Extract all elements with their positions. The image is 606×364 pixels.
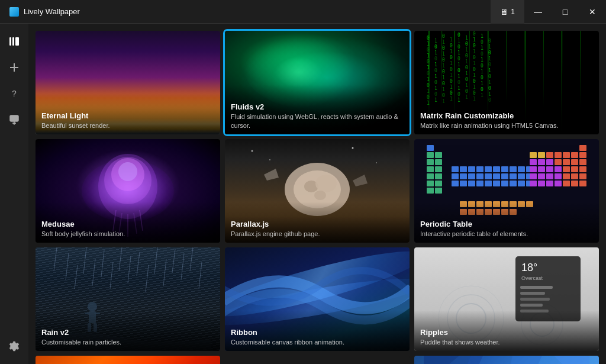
svg-rect-175 bbox=[468, 173, 475, 179]
sidebar-top: ? bbox=[4, 31, 25, 130]
svg-line-234 bbox=[172, 249, 175, 273]
svg-rect-162 bbox=[518, 166, 525, 172]
svg-rect-154 bbox=[452, 166, 459, 172]
svg-rect-138 bbox=[546, 152, 553, 158]
svg-text:1: 1 bbox=[457, 38, 460, 44]
help-icon: ? bbox=[8, 88, 20, 99]
wallpaper-card-ribbon[interactable]: Ribbon Customisable canvas ribbon animat… bbox=[225, 247, 410, 351]
svg-text:1: 1 bbox=[465, 83, 468, 88]
card-description: Puddle that shows weather. bbox=[420, 338, 593, 346]
wallpaper-card-eternal-light[interactable]: Eternal Light Beautiful sunset render. bbox=[36, 31, 220, 134]
card-description: Matrix like rain animation using HTML5 C… bbox=[420, 121, 593, 130]
svg-rect-157 bbox=[476, 166, 483, 172]
wallpaper-card-periodic-table[interactable]: Periodic Table Interactive periodic tabl… bbox=[414, 139, 599, 243]
svg-rect-193 bbox=[460, 181, 467, 186]
maximize-button[interactable]: □ bbox=[552, 0, 579, 24]
wallpaper-card-matrix-rain[interactable]: 010101010101 10101010101 010101010101 10… bbox=[414, 31, 599, 134]
card-description: Beautiful sunset render. bbox=[41, 121, 214, 130]
svg-text:1: 1 bbox=[427, 77, 430, 82]
wallpaper-card-medusae[interactable]: Medusae Soft body jellyfish simulation. bbox=[36, 139, 220, 243]
app-body: ? bbox=[0, 24, 606, 364]
card-info: Matrix Rain Customizable Matrix like rai… bbox=[414, 94, 599, 134]
svg-rect-170 bbox=[579, 166, 586, 172]
svg-rect-200 bbox=[518, 181, 525, 186]
svg-text:0: 0 bbox=[457, 68, 460, 73]
sidebar-item-library[interactable] bbox=[4, 31, 25, 52]
svg-marker-130 bbox=[264, 169, 279, 181]
svg-text:0: 0 bbox=[434, 80, 437, 85]
svg-rect-142 bbox=[579, 152, 586, 158]
svg-text:0: 0 bbox=[442, 81, 445, 86]
card-title: Eternal Light bbox=[41, 111, 214, 120]
sidebar-item-community[interactable] bbox=[4, 109, 25, 130]
svg-text:1: 1 bbox=[473, 73, 476, 78]
card-info: Medusae Soft body jellyfish simulation. bbox=[36, 202, 220, 243]
close-button[interactable]: ✕ bbox=[579, 0, 606, 24]
svg-text:1: 1 bbox=[488, 44, 491, 50]
svg-text:1: 1 bbox=[481, 34, 483, 39]
svg-text:1: 1 bbox=[434, 50, 437, 56]
svg-rect-153 bbox=[435, 166, 442, 172]
svg-rect-177 bbox=[485, 173, 492, 179]
minimize-button[interactable]: — bbox=[524, 0, 552, 24]
card-title: Fluids v2 bbox=[231, 102, 404, 111]
wallpaper-card-ripples[interactable]: 18° Overcast Ripples Puddle that shows w… bbox=[414, 247, 599, 351]
svg-rect-150 bbox=[571, 159, 578, 165]
sidebar-item-settings[interactable] bbox=[4, 336, 25, 357]
wallpaper-card-blue-poly[interactable] bbox=[414, 356, 599, 364]
svg-point-115 bbox=[118, 162, 137, 181]
svg-text:0: 0 bbox=[434, 68, 437, 73]
svg-rect-140 bbox=[563, 152, 570, 158]
svg-text:0: 0 bbox=[450, 43, 453, 49]
svg-rect-136 bbox=[530, 152, 537, 158]
wallpaper-card-rain-v2[interactable]: Rain v2 Customisable rain particles. bbox=[36, 247, 220, 351]
card-description: Parallax.js engine github page. bbox=[231, 230, 404, 238]
card-title: Ribbon bbox=[231, 328, 404, 337]
app-title: Lively Wallpaper bbox=[24, 7, 80, 16]
svg-text:0: 0 bbox=[442, 69, 445, 75]
svg-rect-178 bbox=[493, 173, 500, 179]
wallpaper-card-lava[interactable] bbox=[36, 356, 220, 364]
sidebar-item-help[interactable]: ? bbox=[4, 83, 25, 104]
svg-line-243 bbox=[199, 262, 202, 289]
svg-rect-149 bbox=[563, 159, 570, 165]
svg-rect-185 bbox=[546, 173, 553, 179]
svg-rect-184 bbox=[538, 173, 545, 179]
chat-icon bbox=[8, 114, 20, 125]
svg-text:1: 1 bbox=[488, 56, 491, 62]
wallpaper-card-fluids-v2[interactable]: Fluids v2 Fluid simulation using WebGL, … bbox=[225, 31, 410, 134]
svg-rect-206 bbox=[563, 181, 570, 186]
svg-text:1: 1 bbox=[473, 37, 476, 43]
svg-text:18°: 18° bbox=[521, 262, 537, 273]
svg-rect-190 bbox=[427, 181, 434, 186]
svg-rect-155 bbox=[460, 166, 467, 172]
svg-rect-139 bbox=[555, 152, 562, 158]
svg-rect-151 bbox=[579, 159, 586, 165]
svg-rect-161 bbox=[510, 166, 517, 172]
monitor-button[interactable]: 🖥 1 bbox=[491, 0, 524, 24]
svg-rect-259 bbox=[520, 292, 545, 295]
svg-text:1: 1 bbox=[442, 75, 445, 80]
svg-line-227 bbox=[54, 247, 57, 271]
svg-text:0: 0 bbox=[434, 56, 437, 62]
wallpaper-card-parallax[interactable]: Parallax.js Parallax.js engine github pa… bbox=[225, 139, 410, 243]
svg-text:1: 1 bbox=[427, 53, 430, 59]
card-info: Periodic Table Interactive periodic tabl… bbox=[414, 202, 599, 243]
monitor-count: 1 bbox=[511, 8, 515, 16]
add-icon bbox=[8, 62, 20, 73]
sidebar-bottom bbox=[4, 336, 25, 357]
svg-text:0: 0 bbox=[434, 44, 437, 50]
svg-rect-202 bbox=[530, 181, 537, 186]
svg-rect-159 bbox=[493, 166, 500, 172]
svg-rect-186 bbox=[555, 173, 562, 179]
card-title: Medusae bbox=[41, 220, 214, 228]
svg-rect-189 bbox=[579, 173, 586, 179]
svg-rect-172 bbox=[435, 173, 442, 179]
svg-rect-147 bbox=[546, 159, 553, 165]
card-title: Periodic Table bbox=[420, 220, 593, 228]
sidebar-item-add[interactable] bbox=[4, 57, 25, 78]
svg-rect-164 bbox=[530, 166, 537, 172]
svg-rect-261 bbox=[520, 304, 543, 307]
card-description: Interactive periodic table of elements. bbox=[420, 230, 593, 238]
title-bar: Lively Wallpaper 🖥 1 — □ ✕ bbox=[0, 0, 606, 24]
